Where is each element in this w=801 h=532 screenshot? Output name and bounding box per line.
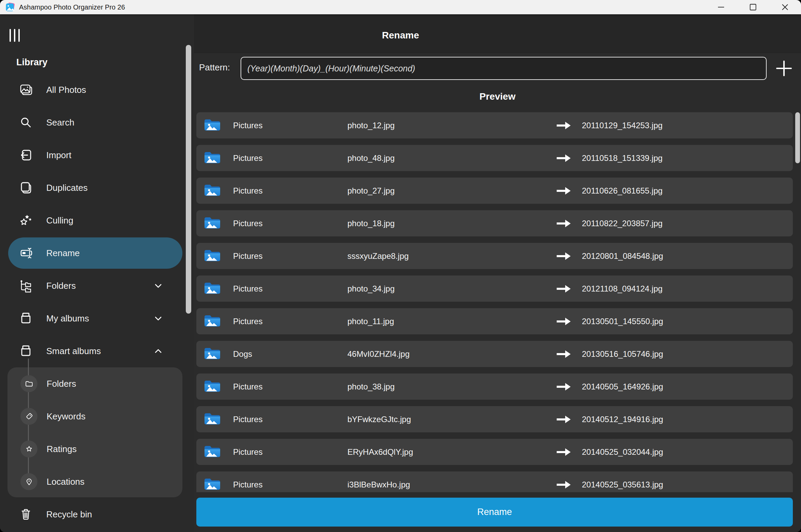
preview-row[interactable]: PicturessssxyuZape8.jpg 20120801_084548.…: [196, 243, 793, 269]
smart-albums-panel: Folders Keywords Ratings Locations: [7, 367, 182, 497]
rename-button-label: Rename: [477, 507, 512, 517]
row-folder-name: Pictures: [233, 471, 263, 492]
pattern-input[interactable]: [241, 57, 767, 80]
arrow-right-icon: [556, 448, 571, 456]
window-controls: [705, 0, 801, 14]
preview-row[interactable]: Picturesphoto_18.jpg 20110822_203857.jpg: [196, 210, 793, 236]
sidebar-item-recycle-bin[interactable]: Recycle bin: [0, 498, 194, 531]
row-folder-name: Pictures: [233, 373, 263, 400]
row-folder-name: Pictures: [233, 276, 263, 302]
sidebar-subitem-label: Ratings: [47, 444, 77, 454]
sidebar-item-rename[interactable]: Rename: [0, 237, 194, 269]
photos-icon: [18, 82, 33, 97]
folder-icon: [20, 375, 37, 392]
trash-icon: [18, 507, 33, 522]
albums-icon: [18, 311, 33, 326]
close-button[interactable]: [769, 0, 801, 14]
row-original-name: 46MvI0ZHZl4.jpg: [347, 341, 410, 367]
preview-row[interactable]: Picturesphoto_11.jpg 20130501_145550.jpg: [196, 308, 793, 334]
hamburger-icon: [14, 29, 15, 42]
arrow-right-icon: [556, 415, 571, 424]
arrow-right-icon: [556, 480, 571, 489]
arrow-right-icon: [556, 252, 571, 261]
import-icon: [18, 148, 33, 163]
sidebar-item-my-albums[interactable]: My albums: [0, 302, 194, 335]
tag-icon: [20, 408, 37, 425]
sidebar-item-label: Duplicates: [46, 183, 87, 193]
menu-button[interactable]: [10, 29, 25, 42]
sidebar-item-smart-albums[interactable]: Smart albums: [0, 335, 194, 367]
add-pattern-button[interactable]: [774, 59, 794, 78]
rename-button[interactable]: Rename: [196, 498, 793, 527]
sidebar-subitem-ratings[interactable]: Ratings: [7, 433, 182, 465]
row-original-name: photo_11.jpg: [347, 308, 394, 334]
preview-row[interactable]: Picturesphoto_38.jpg 20140505_164926.jpg: [196, 373, 793, 400]
sidebar-item-import[interactable]: Import: [0, 139, 194, 171]
row-renamed-name: 20120801_084548.jpg: [582, 243, 663, 269]
sidebar-subitem-label: Folders: [47, 379, 76, 389]
row-folder-name: Pictures: [233, 145, 263, 171]
sidebar-item-label: All Photos: [46, 85, 86, 95]
sidebar-subitem-locations[interactable]: Locations: [7, 465, 182, 497]
maximize-icon: [749, 3, 757, 12]
row-folder-name: Pictures: [233, 308, 263, 334]
pattern-label: Pattern:: [199, 62, 230, 73]
preview-row[interactable]: Picturesphoto_12.jpg 20110129_154253.jpg: [196, 112, 793, 138]
duplicates-icon: [18, 180, 33, 195]
chevron-down-icon[interactable]: [153, 281, 163, 291]
row-renamed-name: 20140512_194916.jpg: [582, 406, 663, 432]
sidebar-item-label: Recycle bin: [46, 509, 92, 520]
close-icon: [781, 3, 789, 12]
folder-icon: [203, 412, 221, 427]
window-title: Ashampoo Photo Organizer Pro 26: [19, 3, 125, 11]
sidebar-item-label: Folders: [46, 281, 76, 291]
titlebar: Ashampoo Photo Organizer Pro 26: [0, 0, 801, 14]
row-original-name: ERyHAx6dQlY.jpg: [347, 439, 413, 465]
selected-item-background: [8, 237, 182, 269]
row-renamed-name: 20130501_145550.jpg: [582, 308, 663, 334]
minimize-button[interactable]: [705, 0, 737, 14]
row-renamed-name: 20140525_035613.jpg: [582, 471, 663, 492]
sidebar-item-search[interactable]: Search: [0, 106, 194, 139]
arrow-right-icon: [556, 317, 571, 326]
library-section-label: Library: [16, 57, 48, 68]
sidebar-subitem-folders[interactable]: Folders: [7, 367, 182, 400]
sidebar-item-duplicates[interactable]: Duplicates: [0, 171, 194, 204]
sidebar-item-label: Smart albums: [46, 346, 101, 356]
sidebar-scrollbar[interactable]: [186, 45, 191, 314]
location-pin-icon: [20, 473, 37, 490]
row-folder-name: Pictures: [233, 178, 263, 204]
preview-row[interactable]: Dogs46MvI0ZHZl4.jpg 20130516_105746.jpg: [196, 341, 793, 367]
chevron-down-icon[interactable]: [153, 313, 163, 323]
sidebar-subitem-label: Keywords: [47, 411, 85, 422]
sidebar: Library All Photos Search Import Duplica…: [0, 14, 194, 532]
preview-row[interactable]: Picturesi3BlBeBwxHo.jpg 20140525_035613.…: [196, 471, 793, 492]
app-logo-icon: [5, 2, 15, 12]
minimize-icon: [717, 3, 725, 12]
preview-row[interactable]: PicturesERyHAx6dQlY.jpg 20140525_032044.…: [196, 439, 793, 465]
sidebar-item-all-photos[interactable]: All Photos: [0, 73, 194, 106]
arrow-right-icon: [556, 284, 571, 293]
preview-row[interactable]: Picturesphoto_27.jpg 20110626_081655.jpg: [196, 178, 793, 204]
preview-row[interactable]: Picturesphoto_48.jpg 20110518_151339.jpg: [196, 145, 793, 171]
folder-icon: [203, 183, 221, 198]
sidebar-item-label: Rename: [46, 248, 80, 259]
sidebar-item-folders[interactable]: Folders: [0, 269, 194, 302]
arrow-right-icon: [556, 154, 571, 163]
preview-row[interactable]: PicturesbYFwkzeGJtc.jpg 20140512_194916.…: [196, 406, 793, 432]
folder-icon: [203, 216, 221, 231]
folder-tree-icon: [18, 278, 33, 293]
main-area: Rename Pattern: Preview Picturesphoto_12…: [194, 14, 801, 532]
chevron-up-icon[interactable]: [153, 346, 163, 356]
row-folder-name: Pictures: [233, 439, 263, 465]
sidebar-subitem-keywords[interactable]: Keywords: [7, 400, 182, 433]
sidebar-item-culling[interactable]: Culling: [0, 204, 194, 237]
arrow-right-icon: [556, 350, 571, 359]
folder-icon: [203, 444, 221, 459]
sidebar-item-label: Culling: [46, 215, 73, 226]
sidebar-subitem-label: Locations: [47, 477, 84, 487]
preview-row[interactable]: Picturesphoto_34.jpg 20121108_094124.jpg: [196, 276, 793, 302]
preview-list-scrollbar[interactable]: [795, 112, 800, 163]
search-icon: [18, 115, 33, 130]
maximize-button[interactable]: [737, 0, 769, 14]
